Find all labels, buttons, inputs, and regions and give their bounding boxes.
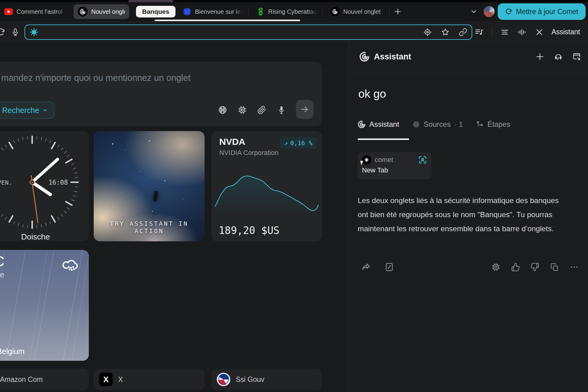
- clock-city-label: Doische: [0, 232, 89, 241]
- copy-link-icon[interactable]: [459, 28, 467, 36]
- tab-new-tab-2[interactable]: Nouvel onglet: [326, 4, 389, 19]
- comet-icon: [358, 120, 366, 128]
- chevron-down-icon: [42, 107, 48, 113]
- tab-label: Bienvenue sur le s: [195, 8, 244, 15]
- context-tab-card[interactable]: comet New Tab: [358, 152, 431, 179]
- context-page-title: New Tab: [362, 166, 427, 174]
- media-queue-icon[interactable]: [475, 28, 484, 37]
- shortcut-ssi-gouv[interactable]: Ssi Gouv: [211, 369, 322, 390]
- copy-icon[interactable]: [550, 262, 559, 272]
- attach-paperclip-icon[interactable]: [257, 105, 266, 115]
- url-address-bar[interactable]: [24, 24, 472, 40]
- refresh-icon: [505, 8, 512, 15]
- voice-search-icon[interactable]: [11, 28, 20, 36]
- ask-anything-box[interactable]: mandez n'importe quoi ou mentionnez un o…: [0, 62, 322, 126]
- shortcut-label: Amazon Com: [0, 375, 43, 384]
- tab-separator: [248, 8, 249, 16]
- update-comet-button[interactable]: Mettre à jour Comet: [498, 3, 586, 20]
- new-tab-page: mandez n'importe quoi ou mentionnez un o…: [0, 43, 349, 392]
- assistant-toolbar-label[interactable]: Assistant: [552, 28, 580, 36]
- assistant-panel: Assistant ok go: [349, 43, 588, 392]
- active-tab-underline: [358, 138, 409, 140]
- context-site: comet: [375, 156, 393, 164]
- new-thread-plus-icon[interactable]: [535, 52, 545, 61]
- profile-avatar[interactable]: [484, 6, 495, 17]
- assistant-header: Assistant: [359, 50, 581, 64]
- insert-slash-icon[interactable]: [385, 262, 394, 272]
- cursor-icon: [360, 160, 364, 165]
- search-mode-selector[interactable]: Recherche: [0, 102, 54, 119]
- stock-company-name: NVIDIA Corporation: [219, 149, 278, 157]
- stock-price: 189,20 $US: [219, 224, 280, 236]
- x-logo-icon: X: [99, 373, 113, 386]
- answer-action-bar: [361, 262, 579, 272]
- toolbar: Assistant: [0, 21, 588, 43]
- tab-label: Comment l'astrol: [17, 8, 67, 15]
- browser-window: Comment l'astrol Nouvel onglet Banques: [0, 0, 588, 392]
- clock-widget[interactable]: VEN. 16:08 Doische: [0, 131, 89, 241]
- green-eight-icon: [257, 7, 265, 16]
- comet-icon: [330, 7, 340, 16]
- ask-placeholder: mandez n'importe quoi ou mentionnez un o…: [1, 73, 190, 83]
- window-top-strip: [0, 0, 588, 2]
- panel-divider: [349, 74, 588, 74]
- more-options-icon[interactable]: [570, 262, 579, 272]
- close-assistant-icon[interactable]: [535, 28, 544, 36]
- stock-widget-nvda[interactable]: NVDA NVIDIA Corporation ↗ 0,16 %: [211, 131, 322, 241]
- model-chip-icon[interactable]: [238, 105, 247, 115]
- thumbs-up-icon[interactable]: [511, 262, 520, 272]
- tab-group-label-banques[interactable]: Banques: [136, 6, 175, 17]
- cloud-drizzle-icon: [62, 257, 81, 275]
- tab-new-tab-active[interactable]: Nouvel onglet: [74, 4, 129, 19]
- reading-list-icon[interactable]: [500, 28, 509, 37]
- open-in-window-icon[interactable]: [572, 52, 581, 61]
- weather-condition: égère: [0, 270, 5, 280]
- dictation-mic-icon[interactable]: [277, 105, 286, 115]
- weather-temperature: ° C: [0, 253, 4, 270]
- weather-widget[interactable]: ° C égère ee, Belgium: [0, 250, 89, 361]
- reload-icon[interactable]: [0, 28, 6, 37]
- tab-assistant[interactable]: Assistant: [358, 120, 399, 129]
- tab-bienvenue[interactable]: Bienvenue sur le s: [179, 4, 248, 19]
- new-tab-button[interactable]: [390, 5, 406, 18]
- globe-icon: [413, 121, 420, 128]
- web-globe-icon[interactable]: [218, 105, 227, 115]
- tab-rising-cyberattack[interactable]: Rising Cyberattac: [252, 4, 322, 19]
- tab-youtube[interactable]: Comment l'astrol: [0, 4, 71, 19]
- clock-day: VEN.: [0, 179, 12, 186]
- promo-caption: TRY ASSISTANT IN ACTION: [94, 220, 205, 235]
- bookmark-star-icon[interactable]: [441, 28, 450, 36]
- shortcut-amazon[interactable]: Amazon Com: [0, 369, 89, 390]
- stock-change-badge: ↗ 0,16 %: [280, 137, 317, 149]
- thumbs-down-icon[interactable]: [530, 262, 540, 272]
- reader-target-icon[interactable]: [423, 28, 432, 36]
- trend-up-arrow-icon: ↗: [284, 139, 288, 147]
- voice-waveform-icon[interactable]: [517, 28, 527, 37]
- tab-label: Nouvel onglet: [91, 8, 125, 15]
- assistant-tabs: Assistant Sources · 1 Étapes: [358, 120, 510, 129]
- stock-sparkline-chart: [215, 162, 318, 217]
- tab-separator: [322, 8, 322, 16]
- share-icon[interactable]: [361, 262, 371, 272]
- tab-search-chevron[interactable]: [467, 5, 481, 18]
- blue-starburst-icon: [183, 7, 191, 16]
- screenshot-frame-icon[interactable]: [418, 156, 427, 164]
- query-title: ok go: [358, 88, 386, 100]
- tab-label: Nouvel onglet: [343, 8, 381, 15]
- sources-count: · 1: [454, 120, 463, 129]
- ssi-gouv-icon: [217, 373, 230, 386]
- toolbar-divider: [492, 27, 492, 37]
- model-chip-icon[interactable]: [491, 262, 500, 272]
- weather-location: ee, Belgium: [0, 347, 24, 356]
- assistant-answer-text: Les deux onglets liés à la sécurité info…: [358, 194, 571, 236]
- submit-arrow-button[interactable]: [296, 100, 314, 119]
- voice-mode-icon[interactable]: [554, 52, 563, 61]
- shortcut-label: X: [118, 375, 123, 384]
- assistant-promo-card[interactable]: TRY ASSISTANT IN ACTION: [94, 131, 205, 241]
- tab-etapes[interactable]: Étapes: [476, 120, 510, 129]
- wallpaper-sliver: [129, 0, 173, 2]
- stock-symbol: NVDA: [219, 137, 245, 147]
- comet-favicon-with-cursor: [362, 155, 371, 164]
- shortcut-x[interactable]: X X: [94, 369, 205, 390]
- tab-sources[interactable]: Sources · 1: [413, 120, 463, 129]
